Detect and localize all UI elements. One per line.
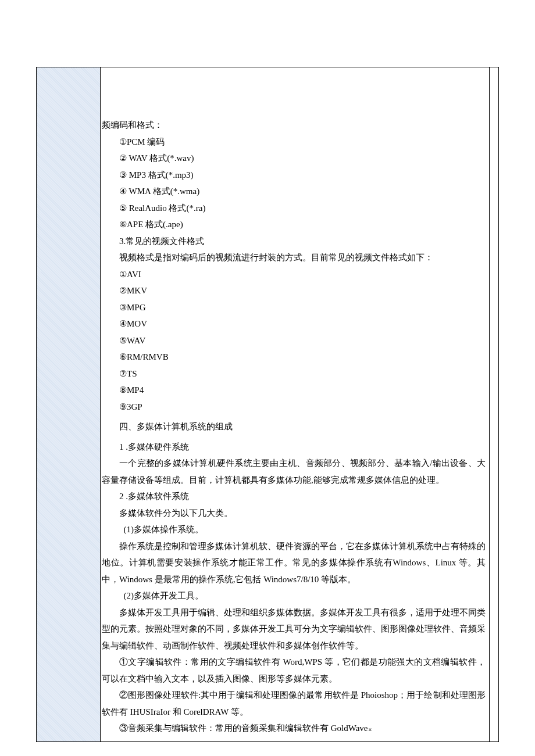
video-format-item: ④MOV — [102, 316, 486, 332]
audio-format-item: ④ WMA 格式(*.wma) — [102, 183, 486, 200]
os-paragraph: 操作系统是控制和管理多媒体计算机软、硬件资源的平台，它在多媒体计算机系统中占有特… — [102, 538, 486, 588]
video-format-item: ⑥RM/RMVB — [102, 349, 486, 366]
sidebar-column — [37, 67, 101, 742]
content-column: 频编码和格式： ①PCM 编码 ② WAV 格式(*.wav) ③ MP3 格式… — [101, 67, 490, 742]
devtools-paragraph: 多媒体开发工具用于编辑、处理和组织多媒体数据。多媒体开发工具有很多，适用于处理不… — [102, 604, 486, 654]
video-format-item: ⑦TS — [102, 366, 486, 382]
software-title: 2 .多媒体软件系统 — [102, 488, 486, 505]
video-format-item: ⑨3GP — [102, 399, 486, 415]
hardware-paragraph: 一个完整的多媒体计算机硬件系统主要由主机、音频部分、视频部分、基本输入/输出设备… — [102, 455, 486, 488]
video-format-item: ②MKV — [102, 282, 486, 299]
right-margin-column — [490, 67, 499, 742]
os-title: (1)多媒体操作系统。 — [102, 521, 486, 538]
system-heading: 四、多媒体计算机系统的组成 — [102, 418, 486, 435]
audio-format-item: ② WAV 格式(*.wav) — [102, 150, 486, 167]
video-format-item: ⑧MP4 — [102, 382, 486, 399]
video-intro: 视频格式是指对编码后的视频流进行封装的方式。目前常见的视频文件格式如下： — [102, 249, 486, 266]
video-format-item: ⑤WAV — [102, 332, 486, 349]
video-section-title: 3.常见的视频文件格式 — [102, 233, 486, 250]
audio-format-item: ⑥APE 格式(.ape) — [102, 216, 486, 233]
tool-text-editor: ①文字编辑软件：常用的文字编辑软件有 Word,WPS 等，它们都是功能强大的文… — [102, 654, 486, 687]
tool-audio: ③音频采集与编辑软件：常用的音频采集和编辑软件有 GoldWaveₓ — [102, 720, 486, 737]
video-format-item: ③MPG — [102, 299, 486, 316]
audio-heading: 频编码和格式： — [102, 117, 486, 134]
software-intro: 多媒体软件分为以下几大类。 — [102, 505, 486, 522]
hardware-title: 1 .多媒体硬件系统 — [102, 439, 486, 456]
tool-graphics: ②图形图像处理软件:其中用于编辑和处理图像的最常用软件是 Phoioshop；用… — [102, 687, 486, 720]
video-format-item: ①AVI — [102, 266, 486, 283]
audio-format-item: ③ MP3 格式(*.mp3) — [102, 167, 486, 184]
audio-format-item: ①PCM 编码 — [102, 134, 486, 151]
devtools-title: (2)多媒体开发工具。 — [102, 587, 486, 604]
audio-format-item: ⑤ RealAudio 格式(*.ra) — [102, 200, 486, 217]
